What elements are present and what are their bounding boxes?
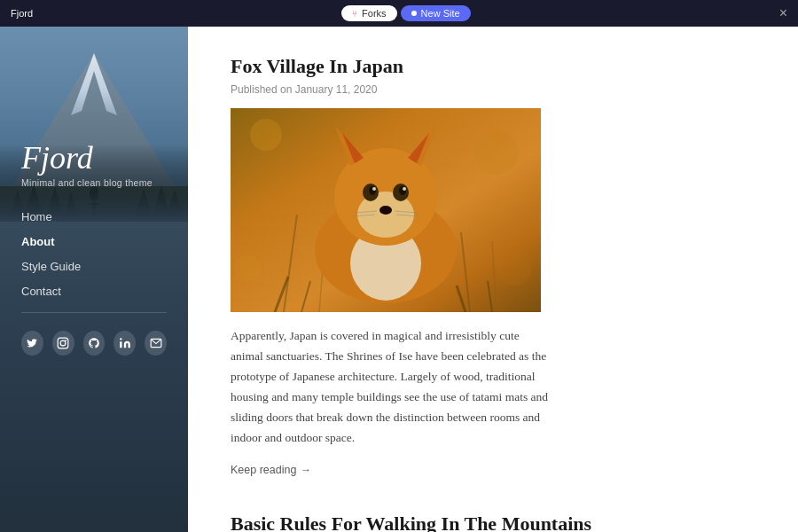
linkedin-icon[interactable] [113, 331, 136, 356]
sidebar-social [0, 322, 188, 364]
post-1-keep-reading[interactable]: Keep reading → [231, 464, 311, 476]
sidebar-item-style-guide[interactable]: Style Guide [21, 254, 167, 278]
svg-point-45 [403, 187, 406, 191]
keep-reading-1-label: Keep reading [231, 464, 296, 476]
layout: Fjord Minimal and clean blog theme Home … [0, 27, 798, 532]
top-bar-center: ⑂ Forks New Site [341, 5, 471, 21]
github-icon[interactable] [83, 331, 106, 356]
svg-point-19 [60, 340, 66, 346]
svg-point-26 [497, 250, 532, 286]
top-bar: Fjord ⑂ Forks New Site × [0, 0, 798, 27]
sidebar-divider [21, 312, 167, 313]
sidebar-content: Fjord Minimal and clean blog theme Home … [0, 27, 188, 364]
svg-point-44 [372, 187, 376, 191]
sidebar-item-contact[interactable]: Contact [21, 278, 167, 303]
sidebar-link-style-guide[interactable]: Style Guide [21, 260, 81, 273]
app-title: Fjord [11, 8, 33, 19]
new-site-button[interactable]: New Site [401, 5, 471, 21]
post-2-title[interactable]: Basic Rules For Walking In The Mountains [231, 512, 755, 532]
dot-icon [411, 11, 417, 16]
sidebar-item-home[interactable]: Home [21, 204, 167, 229]
twitter-icon[interactable] [21, 331, 43, 356]
svg-point-24 [250, 119, 282, 151]
svg-point-20 [66, 340, 67, 341]
instagram-icon[interactable] [52, 331, 74, 356]
svg-point-46 [379, 206, 392, 215]
sidebar-link-home[interactable]: Home [21, 210, 52, 223]
main-content: Fox Village In Japan Published on Januar… [188, 27, 798, 532]
svg-point-25 [474, 130, 519, 175]
svg-point-21 [120, 338, 121, 340]
sidebar-nav: Home About Style Guide Contact [0, 204, 188, 303]
svg-point-27 [235, 254, 262, 281]
forks-label: Forks [362, 8, 387, 19]
close-button[interactable]: × [779, 6, 787, 20]
mail-icon[interactable] [145, 331, 167, 356]
post-1-image [231, 108, 541, 312]
sidebar-item-about[interactable]: About [21, 229, 167, 254]
new-site-label: New Site [421, 8, 460, 19]
sidebar: Fjord Minimal and clean blog theme Home … [0, 27, 188, 532]
sidebar-link-about[interactable]: About [21, 235, 55, 248]
sidebar-link-contact[interactable]: Contact [21, 285, 61, 298]
sidebar-tagline: Minimal and clean blog theme [0, 177, 188, 188]
post-1-meta: Published on January 11, 2020 [231, 83, 755, 96]
arrow-right-icon: → [300, 464, 311, 476]
post-1-title-link[interactable]: Fox Village In Japan [231, 55, 403, 77]
svg-rect-18 [58, 338, 68, 348]
sidebar-logo: Fjord [0, 142, 188, 174]
post-2-title-link[interactable]: Basic Rules For Walking In The Mountains [231, 512, 591, 532]
forks-button[interactable]: ⑂ Forks [341, 5, 397, 21]
post-2: Basic Rules For Walking In The Mountains… [231, 512, 755, 532]
logo-text: Fjord [21, 140, 93, 176]
post-1-title[interactable]: Fox Village In Japan [231, 55, 755, 78]
post-1: Fox Village In Japan Published on Januar… [231, 55, 755, 477]
post-1-excerpt: Apparently, Japan is covered in magical … [231, 326, 550, 449]
